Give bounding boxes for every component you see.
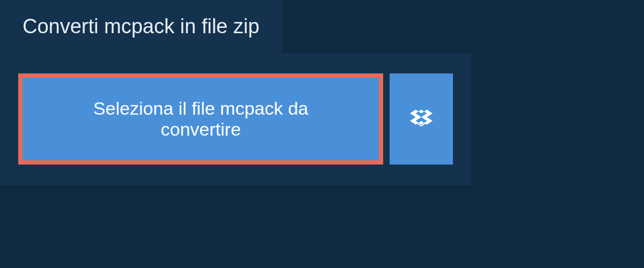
dropbox-button[interactable] xyxy=(390,73,453,165)
tab-bar: Converti mcpack in file zip xyxy=(0,0,644,53)
tab-convert[interactable]: Converti mcpack in file zip xyxy=(0,0,282,53)
main-panel: Seleziona il file mcpack da convertire xyxy=(0,53,471,185)
tab-title: Converti mcpack in file zip xyxy=(23,15,259,38)
select-file-label: Seleziona il file mcpack da convertire xyxy=(54,98,348,140)
dropbox-icon xyxy=(410,108,433,130)
button-row: Seleziona il file mcpack da convertire xyxy=(18,73,453,165)
select-file-button[interactable]: Seleziona il file mcpack da convertire xyxy=(18,73,383,165)
